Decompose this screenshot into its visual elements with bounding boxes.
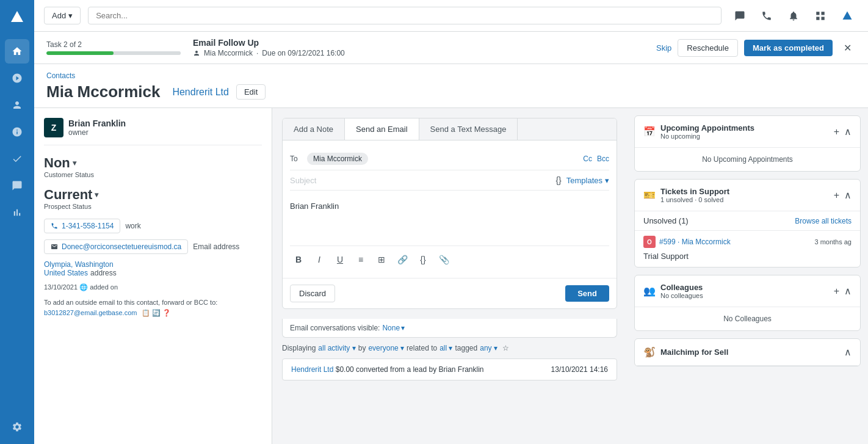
list-button[interactable]: ≡ <box>352 251 369 268</box>
zendesk-logo: Z <box>44 118 63 137</box>
activity-filter-everyone[interactable]: everyone ▾ <box>368 344 404 352</box>
compose-area: To Mia Mccormick Cc Bcc {} <box>283 140 617 278</box>
close-task-button[interactable]: ✕ <box>839 39 856 56</box>
address-label: address <box>90 269 117 277</box>
tickets-add-icon[interactable]: + <box>834 190 839 201</box>
recipient-chip[interactable]: Mia Mccormick <box>307 153 368 165</box>
email-body-area[interactable]: Brian Franklin <box>290 191 609 246</box>
tab-send-email[interactable]: Send an Email <box>345 118 419 140</box>
svg-marker-0 <box>11 11 23 22</box>
unsolved-label: Unsolved (1) <box>643 216 689 225</box>
appointments-add-icon[interactable]: + <box>834 126 839 137</box>
breadcrumb[interactable]: Contacts <box>46 71 856 80</box>
nav-tasks[interactable] <box>5 147 29 171</box>
send-button[interactable]: Send <box>565 285 609 302</box>
colleagues-title-row: 👥 Colleagues No colleagues <box>643 283 703 299</box>
nav-deals[interactable] <box>5 120 29 144</box>
right-panel: 📅 Upcoming Appointments No upcoming + ∧ <box>627 108 868 444</box>
grid-icon[interactable] <box>809 5 831 27</box>
template-icons: {} Templates ▾ <box>555 175 609 185</box>
bcc-button[interactable]: Bcc <box>597 155 609 163</box>
nav-contacts[interactable] <box>5 93 29 117</box>
subject-input[interactable] <box>290 176 551 185</box>
owner-info: Brian Franklin owner <box>68 118 126 137</box>
customer-status-caret[interactable]: ▾ <box>73 159 76 167</box>
edit-button[interactable]: Edit <box>236 84 266 100</box>
colleagues-collapse-icon[interactable]: ∧ <box>844 285 852 297</box>
contact-company[interactable]: Hendrerit Ltd <box>172 87 229 98</box>
appointments-title: Upcoming Appointments <box>660 123 754 133</box>
colleagues-icon: 👥 <box>643 285 656 297</box>
link-button[interactable]: 🔗 <box>394 251 411 268</box>
email-value[interactable]: Donec@orciconsectetuereuismod.ca <box>62 242 181 251</box>
subject-row: {} Templates ▾ <box>290 170 609 191</box>
email-visible: Email conversations visible: None ▾ <box>290 324 609 332</box>
email-visible-value[interactable]: None ▾ <box>382 324 405 332</box>
phone-icon[interactable] <box>756 5 778 27</box>
nav-activity[interactable] <box>5 66 29 90</box>
discard-button[interactable]: Discard <box>290 285 335 302</box>
templates-chevron-icon: ▾ <box>605 176 609 185</box>
activity-filter-tagged[interactable]: any ▾ <box>480 344 497 352</box>
nav-reports[interactable] <box>5 200 29 225</box>
task-dot: · <box>256 49 258 57</box>
browse-tickets-link[interactable]: Browse all tickets <box>795 217 852 225</box>
mark-complete-button[interactable]: Mark as completed <box>744 40 833 56</box>
activity-filter-star-icon[interactable]: ☆ <box>502 344 509 352</box>
appointments-body: No Upcoming Appointments <box>635 148 860 171</box>
ticket-item: O #599 · Mia Mccormick 3 months ag Trial… <box>635 230 860 267</box>
prospect-status-caret[interactable]: ▾ <box>95 191 98 199</box>
email-visible-chevron-icon: ▾ <box>401 324 405 332</box>
owner-name: Brian Franklin <box>68 118 126 128</box>
mailchimp-section: 🐒 Mailchimp for Sell ∧ <box>634 338 861 366</box>
nav-settings[interactable] <box>5 415 29 439</box>
add-button[interactable]: Add ▾ <box>44 7 81 24</box>
email-field: Donec@orciconsectetuereuismod.ca Email a… <box>44 239 262 254</box>
nav-messages[interactable] <box>5 173 29 198</box>
colleagues-header: 👥 Colleagues No colleagues + ∧ <box>635 275 860 307</box>
mailchimp-collapse-icon[interactable]: ∧ <box>844 346 852 358</box>
nav-home[interactable] <box>5 39 29 64</box>
tickets-collapse-icon[interactable]: ∧ <box>844 189 852 201</box>
bcc-email[interactable]: b3012827@email.getbase.com <box>44 309 137 316</box>
date-added: 13/10/2021 🌐 added on <box>44 283 262 291</box>
activity-filter-all-activity[interactable]: all activity ▾ <box>318 344 355 352</box>
email-signature: Brian Franklin <box>290 197 609 216</box>
progress-empty <box>115 51 181 55</box>
appointments-collapse-icon[interactable]: ∧ <box>844 126 852 137</box>
tickets-actions: + ∧ <box>834 189 852 201</box>
skip-button[interactable]: Skip <box>656 43 671 53</box>
cc-button[interactable]: Cc <box>583 155 592 163</box>
code-button[interactable]: {} <box>414 251 432 268</box>
tab-add-note[interactable]: Add a Note <box>283 118 345 140</box>
bold-button[interactable]: B <box>290 251 307 268</box>
phone-badge[interactable]: 1-341-558-1154 <box>44 219 120 233</box>
activity-company-link[interactable]: Hendrerit Ltd <box>291 365 333 374</box>
country-link[interactable]: United States <box>44 269 88 277</box>
mailchimp-title-row: 🐒 Mailchimp for Sell <box>643 346 728 358</box>
tab-send-text[interactable]: Send a Text Message <box>419 118 518 140</box>
bell-icon[interactable] <box>783 5 805 27</box>
appointments-subtitle: No upcoming <box>660 133 754 140</box>
curly-braces-icon[interactable]: {} <box>555 175 561 185</box>
image-button[interactable]: ⊞ <box>373 251 390 268</box>
colleagues-subtitle: No colleagues <box>660 292 703 299</box>
appointments-header: 📅 Upcoming Appointments No upcoming + ∧ <box>635 116 860 148</box>
chat-icon[interactable] <box>729 5 751 27</box>
task-person: Mia Mccormick <box>204 49 253 57</box>
italic-button[interactable]: I <box>311 251 328 268</box>
search-input[interactable] <box>88 7 722 24</box>
templates-button[interactable]: Templates ▾ <box>566 176 609 185</box>
activity-filter-related[interactable]: all ▾ <box>439 344 452 352</box>
underline-button[interactable]: U <box>331 251 349 268</box>
attachment-button[interactable]: 📎 <box>435 251 452 268</box>
zendesk-icon[interactable] <box>836 5 858 27</box>
topbar: Add ▾ <box>34 0 868 32</box>
activity-item-time: 13/10/2021 14:16 <box>551 365 608 374</box>
nav-logo[interactable] <box>5 5 29 29</box>
city-link[interactable]: Olympia, Washington <box>44 260 262 269</box>
reschedule-button[interactable]: Reschedule <box>678 39 738 57</box>
task-bar: Task 2 of 2 Email Follow Up Mia Mccormic… <box>34 32 868 64</box>
colleagues-add-icon[interactable]: + <box>834 286 839 297</box>
contact-name-row: Mia Mccormick Hendrerit Ltd Edit <box>46 82 856 101</box>
